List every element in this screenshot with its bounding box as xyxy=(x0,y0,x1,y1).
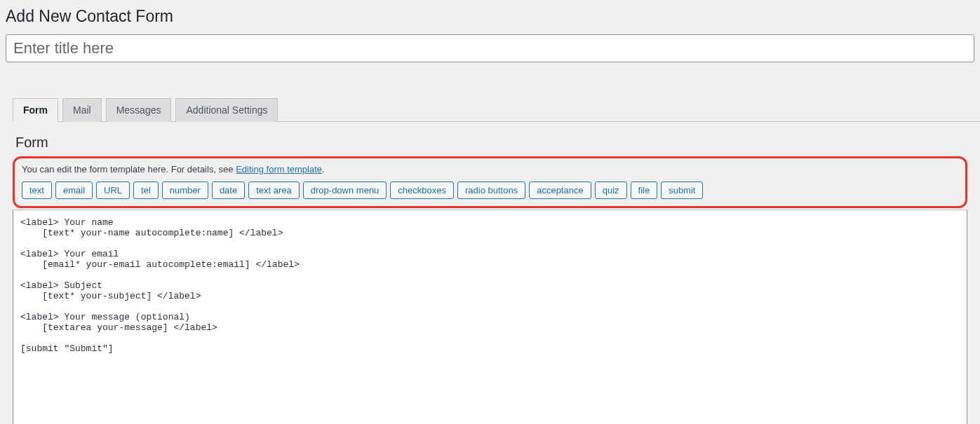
form-template-editor[interactable]: <label> Your name [text* your-name autoc… xyxy=(13,210,967,424)
tag-btn-checkboxes[interactable]: checkboxes xyxy=(390,182,454,199)
tag-btn-radio[interactable]: radio buttons xyxy=(457,182,525,199)
tab-messages[interactable]: Messages xyxy=(106,98,172,122)
page-title: Add New Contact Form xyxy=(0,0,980,26)
tag-btn-text[interactable]: text xyxy=(22,182,52,199)
tab-additional-settings[interactable]: Additional Settings xyxy=(175,98,278,122)
tag-btn-url[interactable]: URL xyxy=(96,182,130,199)
tag-btn-number[interactable]: number xyxy=(162,182,208,199)
toolbar-highlight: You can edit the form template here. For… xyxy=(13,156,967,208)
hint-link[interactable]: Editing form template xyxy=(236,164,322,175)
tag-btn-quiz[interactable]: quiz xyxy=(595,182,627,199)
tag-btn-tel[interactable]: tel xyxy=(133,182,159,199)
hint-prefix: You can edit the form template here. For… xyxy=(22,164,236,175)
hint-suffix: . xyxy=(322,164,325,175)
tag-btn-submit[interactable]: submit xyxy=(661,182,703,199)
tab-form[interactable]: Form xyxy=(13,98,58,122)
tag-btn-dropdown[interactable]: drop-down menu xyxy=(303,182,387,199)
tag-btn-acceptance[interactable]: acceptance xyxy=(529,182,591,199)
title-input[interactable] xyxy=(6,34,974,62)
hint-text: You can edit the form template here. For… xyxy=(22,164,958,175)
tag-btn-file[interactable]: file xyxy=(631,182,658,199)
tab-mail[interactable]: Mail xyxy=(62,98,102,122)
tag-btn-textarea[interactable]: text area xyxy=(248,182,300,199)
tag-buttons: text email URL tel number date text area… xyxy=(22,182,958,199)
tabs: Form Mail Messages Additional Settings xyxy=(13,97,980,122)
panel-heading: Form xyxy=(13,135,967,151)
tag-btn-email[interactable]: email xyxy=(55,182,93,199)
tag-btn-date[interactable]: date xyxy=(212,182,245,199)
